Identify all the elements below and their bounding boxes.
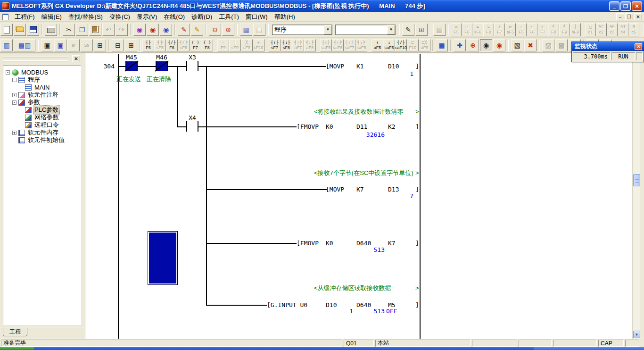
tree-item[interactable]: 软元件初始值: [3, 136, 81, 144]
paste-button[interactable]: [89, 24, 101, 36]
project-tab[interactable]: 工程: [3, 327, 27, 336]
cut-button[interactable]: ✂: [63, 24, 75, 36]
tree-expander-icon[interactable]: -: [6, 70, 10, 75]
ladder-fkey-button[interactable]: ST c4: [618, 23, 628, 36]
tree-expander-icon[interactable]: [19, 108, 23, 112]
find-string-button[interactable]: ◉: [160, 24, 172, 36]
project-data-list-button[interactable]: ⊞: [415, 24, 428, 36]
tree-item[interactable]: - 参数: [3, 99, 81, 106]
menu-item[interactable]: 在线(O): [160, 12, 188, 22]
ladder-fkey-button[interactable]: ⊠ sF5: [505, 23, 516, 36]
zoom-out-button[interactable]: ⊖: [209, 24, 221, 36]
menu-item[interactable]: 工程(F): [11, 12, 38, 22]
scrollbar-thumb[interactable]: [633, 174, 640, 186]
ladder-symbol-button[interactable]: ╳ cF9: [241, 39, 253, 51]
menu-item[interactable]: 工具(T): [215, 12, 242, 22]
menu-item[interactable]: 编辑(E): [38, 12, 65, 22]
ladder-symbol-button[interactable]: ┤↓├ sF8: [281, 39, 292, 51]
menu-item[interactable]: 变换(C): [106, 12, 133, 22]
ladder-fkey-button[interactable]: │ sF9: [570, 23, 581, 36]
ladder-fkey-button[interactable]: ┘ F8: [548, 23, 559, 36]
tree-item[interactable]: - MODBUS: [3, 68, 81, 76]
ladder-symbol-button[interactable]: ┤⇓├ saF7: [344, 39, 355, 51]
ladder-fkey-button[interactable]: ╛ F9: [559, 23, 570, 36]
tree-expander-icon[interactable]: -: [12, 100, 17, 105]
ladder-symbol-button[interactable]: ↓ caF5: [383, 39, 395, 51]
merge-button[interactable]: ⊞: [94, 39, 106, 51]
menu-item[interactable]: 显示(V): [133, 12, 160, 22]
ladder-symbol-button[interactable]: ( ) F7: [190, 39, 201, 51]
device-batch-monitor-button[interactable]: ▦: [436, 39, 448, 51]
taskbar-tray-strip[interactable]: [534, 347, 644, 350]
ladder-fkey-button[interactable]: ╕ F7: [537, 23, 548, 36]
tree-item[interactable]: + 软元件内存: [3, 129, 81, 136]
edit-data-button[interactable]: ✎: [402, 24, 414, 36]
ladder-symbol-button[interactable]: ↑ aF5: [372, 39, 383, 51]
tree-expander-icon[interactable]: +: [12, 93, 17, 97]
trace1-button[interactable]: ▨: [542, 39, 554, 51]
tree-expander-icon[interactable]: [19, 123, 23, 127]
ladder-contact-nc-on[interactable]: [125, 61, 138, 71]
device-test2-button[interactable]: ⊕: [467, 39, 479, 51]
ladder-contact-nc-on[interactable]: [156, 61, 168, 71]
mdi-child-icon[interactable]: [2, 14, 8, 20]
ladder-contact-no[interactable]: [186, 61, 198, 71]
replace-device-button[interactable]: ✎: [178, 24, 190, 36]
ladder-fkey-button[interactable]: ⊥ F7: [494, 23, 505, 36]
minimize-button[interactable]: _: [609, 1, 619, 11]
ladder-symbol-button[interactable]: ╡↓╞ aF8: [304, 39, 316, 51]
scroll-down-button[interactable]: ▼: [633, 331, 640, 338]
new-project-button[interactable]: [0, 24, 13, 36]
device-test-button[interactable]: ✚: [454, 39, 466, 51]
parameter-button[interactable]: ▦: [433, 24, 446, 36]
panel-dock-header[interactable]: ✕: [1, 54, 84, 65]
undo-button[interactable]: ↶: [102, 24, 115, 36]
print-button[interactable]: [45, 24, 57, 36]
drag-grip-icon[interactable]: [3, 57, 68, 61]
monitor-close-button[interactable]: ✕: [635, 43, 642, 50]
program-check2-button[interactable]: ▣: [54, 39, 66, 51]
ladder-symbol-button[interactable]: ┤/├ F6: [166, 39, 178, 51]
tree-item[interactable]: 远程口令: [3, 121, 81, 129]
ladder-fkey-button[interactable]: ⊟ F6: [462, 23, 472, 36]
restore-button[interactable]: ❐: [620, 1, 631, 11]
ladder-fkey-button[interactable]: ▢ c1: [585, 23, 596, 36]
ladder-symbol-button[interactable]: ╡⇑╞ saF6: [332, 39, 344, 51]
ladder-symbol-button[interactable]: ╡/╞ sF6: [178, 39, 190, 51]
save-project-button[interactable]: [27, 24, 39, 36]
ladder-editor[interactable]: 304 M45 正在发送 M46 正在清除 X3 X4 <将接收结果及接收数据计…: [85, 53, 632, 339]
ladder-fkey-button[interactable]: SE c3: [607, 23, 618, 36]
ladder-symbol-button[interactable]: ✳ cF10: [253, 39, 264, 51]
start-button-edge[interactable]: [0, 347, 34, 350]
ladder-contact-no[interactable]: [186, 121, 198, 132]
ladder-fkey-button[interactable]: ↳ F8: [483, 23, 494, 36]
ladder-logic-test-button[interactable]: ▥: [0, 39, 13, 51]
ladder-symbol-button[interactable]: │ sF9: [229, 39, 241, 51]
tree-expander-icon[interactable]: [19, 116, 23, 120]
window-list-button[interactable]: ▤: [253, 24, 265, 36]
menu-item[interactable]: 窗口(W): [242, 12, 271, 22]
find-device-button[interactable]: ◉: [147, 24, 159, 36]
tree-expander-icon[interactable]: +: [12, 131, 17, 135]
menu-item[interactable]: 诊断(D): [188, 12, 215, 22]
ladder-fkey-button[interactable]: ▭ F5: [451, 23, 462, 36]
mdi-restore-button[interactable]: ❐: [625, 13, 633, 20]
monitor-write-mode-button[interactable]: ◉: [493, 39, 505, 51]
copy-button[interactable]: ❐: [76, 24, 88, 36]
ladder-fkey-button[interactable]: ≡ sF6: [472, 23, 483, 36]
monitor-mode-button[interactable]: ◉: [480, 39, 492, 51]
tree-expander-icon[interactable]: [19, 85, 23, 90]
data-name-combo[interactable]: ▼: [335, 25, 396, 35]
error-jump-button[interactable]: er: [67, 39, 80, 51]
ladder-symbol-button[interactable]: ⊏╳ aF9: [419, 39, 430, 51]
ladder-symbol-button[interactable]: ─ F9: [217, 39, 229, 51]
combo-dropdown-icon[interactable]: ▼: [324, 25, 332, 34]
tree-item[interactable]: PLC参数: [3, 106, 81, 114]
data-type-combo[interactable]: 程序 ▼: [272, 25, 332, 35]
ladder-fkey-button[interactable]: SC c2: [596, 23, 607, 36]
close-button[interactable]: ✕: [632, 1, 642, 11]
ladder-fkey-button[interactable]: ┐ F6: [527, 23, 537, 36]
program-check-button[interactable]: ▣: [41, 39, 53, 51]
sort-button[interactable]: S9: [81, 39, 93, 51]
tree-item[interactable]: - 程序: [3, 76, 81, 83]
